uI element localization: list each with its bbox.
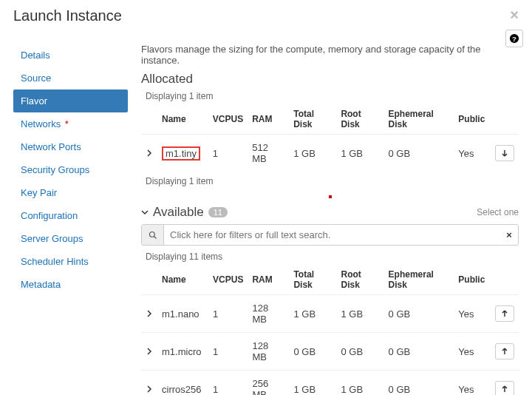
- table-row: m1.tiny1512 MB1 GB1 GB0 GBYes: [141, 135, 519, 172]
- wizard-sidebar: DetailsSourceFlavorNetworks *Network Por…: [13, 29, 128, 395]
- table-row: cirros2561256 MB1 GB1 GB0 GBYes: [141, 371, 519, 396]
- row-expander[interactable]: [141, 295, 157, 333]
- sidebar-item-scheduler-hints[interactable]: Scheduler Hints: [13, 250, 128, 273]
- col-public[interactable]: Public: [454, 104, 491, 135]
- cell-vcpus: 1: [208, 135, 248, 172]
- marker-dot: [329, 195, 332, 198]
- cell-total-disk: 1 GB: [289, 295, 336, 333]
- cell-ram: 512 MB: [248, 135, 289, 172]
- search-bar: ×: [141, 224, 519, 246]
- cell-total-disk: 0 GB: [289, 333, 336, 371]
- cell-vcpus: 1: [208, 295, 248, 333]
- sidebar-item-networks[interactable]: Networks *: [13, 112, 128, 135]
- col-public[interactable]: Public: [454, 265, 491, 295]
- cell-ram: 128 MB: [248, 295, 289, 333]
- chevron-down-icon: [141, 207, 149, 218]
- col-vcpus[interactable]: VCPUS: [208, 104, 248, 135]
- cell-vcpus: 1: [208, 371, 248, 396]
- sidebar-item-network-ports[interactable]: Network Ports: [13, 135, 128, 158]
- help-icon: ?: [509, 33, 519, 44]
- cell-public: Yes: [454, 135, 491, 172]
- displaying-text: Displaying 11 items: [146, 251, 519, 262]
- deallocate-button[interactable]: [495, 145, 514, 161]
- col-ephemeral[interactable]: Ephemeral Disk: [383, 104, 454, 135]
- panel-description: Flavors manage the sizing for the comput…: [141, 44, 519, 66]
- chevron-right-icon: [146, 346, 153, 357]
- cell-name: m1.micro: [162, 346, 201, 357]
- sidebar-item-details[interactable]: Details: [13, 44, 128, 67]
- col-name[interactable]: Name: [157, 104, 208, 135]
- col-total-disk[interactable]: Total Disk: [289, 104, 336, 135]
- highlighted-name: m1.tiny: [162, 146, 200, 161]
- chevron-right-icon: [146, 148, 153, 159]
- cell-ephemeral: 0 GB: [383, 135, 454, 172]
- clear-search-icon[interactable]: ×: [500, 225, 518, 245]
- cell-public: Yes: [454, 333, 491, 371]
- svg-point-2: [149, 232, 154, 237]
- cell-root-disk: 1 GB: [337, 371, 384, 396]
- cell-name: m1.nano: [162, 308, 200, 320]
- allocated-section-title: Allocated: [141, 72, 519, 87]
- allocated-table: Name VCPUS RAM Total Disk Root Disk Ephe…: [141, 104, 519, 172]
- search-input[interactable]: [164, 225, 500, 245]
- svg-line-3: [154, 236, 156, 238]
- svg-text:?: ?: [512, 35, 516, 43]
- main-panel: Flavors manage the sizing for the comput…: [141, 29, 519, 395]
- available-toggle[interactable]: Available 11: [141, 205, 228, 220]
- cell-name: m1.tiny: [166, 148, 197, 159]
- col-ram[interactable]: RAM: [248, 104, 289, 135]
- select-one-hint: Select one: [477, 207, 519, 217]
- col-root-disk[interactable]: Root Disk: [336, 104, 383, 135]
- cell-ram: 256 MB: [248, 371, 289, 396]
- row-expander[interactable]: [141, 333, 157, 371]
- cell-name: cirros256: [162, 384, 201, 395]
- cell-ephemeral: 0 GB: [384, 333, 454, 371]
- available-count-badge: 11: [208, 207, 228, 217]
- cell-root-disk: 0 GB: [337, 333, 384, 371]
- row-expander[interactable]: [141, 135, 157, 172]
- sidebar-item-source[interactable]: Source: [13, 67, 128, 90]
- sidebar-item-server-groups[interactable]: Server Groups: [13, 227, 128, 250]
- sidebar-item-metadata[interactable]: Metadata: [13, 273, 128, 296]
- col-vcpus[interactable]: VCPUS: [208, 265, 248, 295]
- close-icon[interactable]: ×: [510, 7, 519, 22]
- cell-vcpus: 1: [208, 333, 248, 371]
- cell-ephemeral: 0 GB: [384, 295, 454, 333]
- help-button[interactable]: ?: [505, 30, 523, 47]
- table-row: m1.nano1128 MB1 GB1 GB0 GBYes: [141, 295, 519, 333]
- cell-public: Yes: [454, 371, 491, 396]
- displaying-text: Displaying 1 item: [146, 176, 519, 186]
- cell-root-disk: 1 GB: [337, 295, 384, 333]
- allocate-button[interactable]: [495, 305, 514, 322]
- available-section-title: Available: [153, 205, 204, 220]
- chevron-right-icon: [146, 384, 153, 395]
- sidebar-item-key-pair[interactable]: Key Pair: [13, 181, 128, 204]
- allocate-button[interactable]: [495, 343, 514, 359]
- cell-root-disk: 1 GB: [336, 135, 383, 172]
- cell-public: Yes: [454, 295, 491, 333]
- sidebar-item-security-groups[interactable]: Security Groups: [13, 158, 128, 181]
- row-expander[interactable]: [141, 371, 157, 396]
- launch-instance-dialog: Launch Instance × ? DetailsSourceFlavorN…: [0, 0, 532, 395]
- sidebar-item-flavor[interactable]: Flavor: [13, 90, 128, 112]
- col-ephemeral[interactable]: Ephemeral Disk: [384, 265, 454, 295]
- required-asterisk: *: [62, 118, 69, 129]
- col-ram[interactable]: RAM: [248, 265, 289, 295]
- available-table: Name VCPUS RAM Total Disk Root Disk Ephe…: [141, 265, 519, 395]
- cell-total-disk: 1 GB: [289, 135, 336, 172]
- displaying-text: Displaying 1 item: [146, 91, 519, 101]
- chevron-right-icon: [146, 308, 153, 320]
- cell-ram: 128 MB: [248, 333, 289, 371]
- col-root-disk[interactable]: Root Disk: [337, 265, 384, 295]
- col-name[interactable]: Name: [157, 265, 208, 295]
- allocate-button[interactable]: [495, 381, 514, 395]
- sidebar-item-configuration[interactable]: Configuration: [13, 204, 128, 227]
- table-header-row: Name VCPUS RAM Total Disk Root Disk Ephe…: [141, 265, 519, 295]
- table-row: m1.micro1128 MB0 GB0 GB0 GBYes: [141, 333, 519, 371]
- dialog-title: Launch Instance: [13, 7, 122, 24]
- cell-ephemeral: 0 GB: [384, 371, 454, 396]
- table-header-row: Name VCPUS RAM Total Disk Root Disk Ephe…: [141, 104, 519, 135]
- col-total-disk[interactable]: Total Disk: [289, 265, 336, 295]
- cell-total-disk: 1 GB: [289, 371, 336, 396]
- search-icon[interactable]: [142, 225, 164, 245]
